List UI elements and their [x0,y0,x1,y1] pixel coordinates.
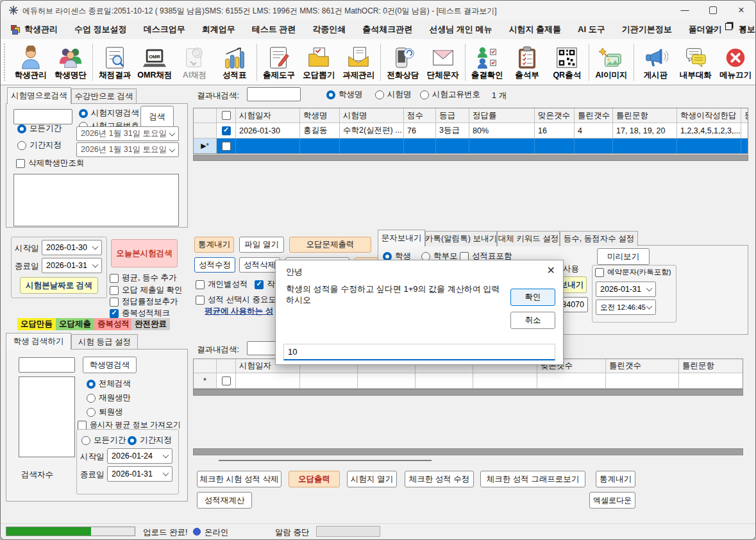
dialog-cancel-button[interactable]: 취소 [510,312,555,329]
bottom-grid-hscrollbar[interactable] [193,448,743,455]
tab-send-sms[interactable]: 문자보내기 [378,230,425,246]
toolbar-menu-off[interactable]: 메뉴끄기 [716,42,755,83]
radio-filter-exam-name[interactable]: 시험명 [375,89,412,100]
toolbar-omr-grading[interactable]: OMR OMR채점 [135,42,174,83]
mdi-close-icon[interactable]: ✕ [739,24,746,33]
score-delete-button[interactable]: 성적삭제 [239,257,280,273]
toolbar-student-mgmt[interactable]: 학생관리 [11,42,51,83]
dialog-close-icon[interactable]: ✕ [547,264,555,276]
end-date-combo-2[interactable]: 2026-01-31 [107,466,172,482]
empty-cell[interactable] [575,139,613,154]
radio-exam-title-search[interactable]: 시험지명검색 [79,108,139,119]
toolbar-report-card[interactable]: 성적표 [215,42,255,83]
menu-accounting[interactable]: 회계업무 [194,24,244,35]
empty-cell[interactable] [679,373,743,389]
checkbox-importance-on-select[interactable]: 성적 선택시 중요도-정 [196,294,287,305]
tab-search-by-class[interactable]: 수강반으로 검색 [71,89,137,104]
radio-filter-exam-id[interactable]: 시험고유번호 [420,89,480,100]
date-combo-2[interactable]: 2026년 1월 31일 토요일 [76,142,179,157]
menu-print[interactable]: 각종인쇄 [304,24,354,35]
tab-send-kakao[interactable]: 카톡(알림톡) 보내기 [425,231,497,246]
radio-period-range[interactable]: 기간지정 [17,140,62,151]
empty-cell[interactable] [300,139,340,154]
toolbar-board[interactable]: 게시판 [635,42,675,83]
empty-cell[interactable] [416,373,473,389]
excel-download-button[interactable]: 엑셀로다운 [589,492,635,509]
empty-cell[interactable] [404,139,436,154]
column-header-grade[interactable]: 등급 [436,108,469,123]
checkbox-individual-score[interactable]: 개인별성적 [196,279,248,290]
column-header-wrong-count[interactable]: 틀린갯수 [575,108,613,123]
student-name-search-button[interactable]: 학생명검색 [83,357,137,373]
student-name-input[interactable] [19,357,75,373]
radio-period-range-2[interactable]: 기간지정 [128,435,172,446]
column-header-score[interactable]: 점수 [404,108,436,123]
empty-cell[interactable] [537,373,606,389]
stats-button[interactable]: 통계내기 [194,237,234,253]
row-checkbox[interactable] [217,123,236,139]
search-by-exam-date-button[interactable]: 시험본날짜로 검색 [20,277,98,294]
delete-checked-scores-button[interactable]: 체크한 시험 성적 삭제 [197,471,281,487]
tab-search-by-exam-name[interactable]: 시험명으로검색 [7,87,71,104]
toolbar-phone-consult[interactable]: 전화상담 [383,42,423,83]
toolbar-internal-chat[interactable]: 내부대화 [676,42,716,83]
cell-exam-date[interactable]: 2026-01-30 [236,123,300,139]
column-header-exam-name[interactable]: 시험명 [340,108,404,123]
toolbar-homework-mgmt[interactable]: 과제관리 [339,42,378,83]
selected-empty-row[interactable]: ▶* [194,139,748,154]
cell-correct-count[interactable]: 16 [535,123,575,139]
menu-teacher-personal[interactable]: 선생님 개인 메뉴 [421,24,500,35]
mdi-minimize-icon[interactable]: – [711,24,716,33]
start-date-combo-2[interactable]: 2026-01-24 [107,448,172,464]
cell-exam-name[interactable]: 수학2(실전편) ... [340,123,404,139]
menu-org-info[interactable]: 기관기본정보 [614,24,680,35]
score-edit-button[interactable]: 성적수정 [194,257,235,273]
empty-cell[interactable] [340,139,404,154]
result-search-input[interactable] [247,87,301,101]
checkbox-deleted-students-only[interactable]: 삭제학생만조회 [16,158,85,169]
open-file-button[interactable]: 파일 열기 [239,237,284,253]
menu-desk-work[interactable]: 데스크업무 [135,24,194,35]
cell-student-answers[interactable]: 1,2,3,4,5,1,2,3,... [677,123,741,139]
checkbox-partially-hidden[interactable]: 작 [255,279,275,290]
tab-student-search[interactable]: 학생 검색하기 [6,333,71,350]
bottom-grid-scroll-strip[interactable] [193,389,743,396]
header-select-all[interactable] [217,108,236,123]
empty-cell[interactable] [358,373,416,389]
radio-search-all[interactable]: 전체검색 [87,378,131,389]
menu-test[interactable]: 테스트 관련 [244,24,305,35]
empty-cell[interactable] [473,373,537,389]
mdi-restore-icon[interactable] [725,22,732,32]
menu-open-folder[interactable]: 폴더열기 [680,24,730,35]
recalculate-scores-button[interactable]: 성적재계산 [197,492,252,509]
minimize-button[interactable]: — [671,1,699,19]
preview-button[interactable]: 미리보기 [597,248,650,265]
row-checkbox[interactable] [217,139,236,154]
reserve-date-combo[interactable]: 2026-01-31 [596,282,656,297]
start-date-combo[interactable]: 2026-01-30 [42,240,102,255]
empty-cell[interactable] [236,139,300,154]
exam-search-input[interactable] [13,109,72,124]
empty-cell[interactable] [300,373,358,389]
column-header-wrong-items[interactable]: 틀린문항 [613,108,677,123]
empty-cell[interactable] [606,373,679,389]
results-grid-hscrollbar[interactable] [193,155,748,161]
cell-grade[interactable]: 3등급 [436,123,469,139]
cell-score[interactable]: 76 [404,123,436,139]
radio-all-period-2[interactable]: 모든기간 [81,435,126,446]
maximize-button[interactable] [699,1,727,19]
tab-rank-tie-setting[interactable]: 등수, 동점자수 설정 [560,231,638,246]
checkbox-avg-rank-add[interactable]: 평균, 등수 추가 [110,273,176,283]
toolbar-attendance-book[interactable]: 출석부 [507,42,547,83]
menu-student-mgmt[interactable]: 학생관리 [16,24,66,35]
column-header-correct-rate[interactable]: 정답률 [469,108,535,123]
tab-exam-grade-setting[interactable]: 시험 등급 설정 [71,334,138,350]
tab-keyword-setting[interactable]: 대체 키워드 설정 [497,231,560,246]
search-button[interactable]: 검색 [140,106,174,128]
empty-cell[interactable] [535,139,575,154]
menu-class-info[interactable]: 수업 정보설정 [66,24,135,35]
student-list-box[interactable] [19,376,75,457]
graph-checked-scores-button[interactable]: 체크한 성적 그래프로보기 [480,471,585,487]
checkbox-reserve-sms[interactable]: 예약문자(카톡포함) [595,267,671,277]
avg-score-settings-link[interactable]: 평균에 사용하는 성 [205,306,273,317]
